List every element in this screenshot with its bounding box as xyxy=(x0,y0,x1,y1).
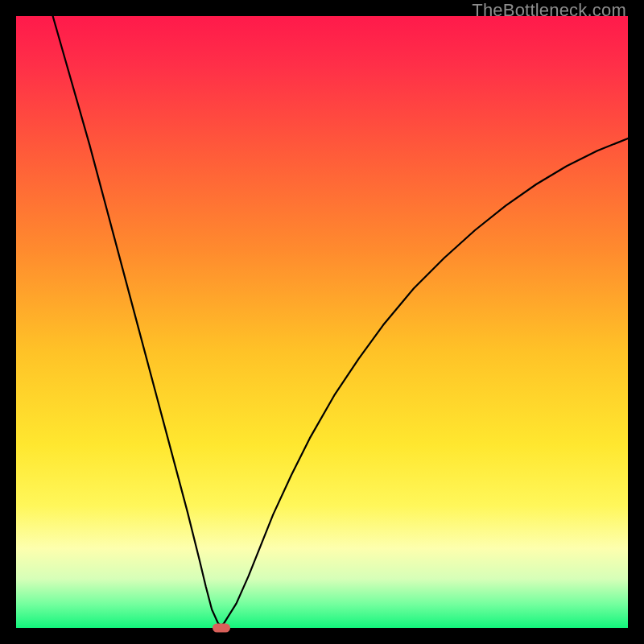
watermark-text: TheBottleneck.com xyxy=(472,0,626,21)
gradient-background xyxy=(16,16,628,628)
optimal-point-marker xyxy=(213,624,230,633)
bottleneck-chart xyxy=(16,16,628,628)
chart-frame xyxy=(16,16,628,628)
